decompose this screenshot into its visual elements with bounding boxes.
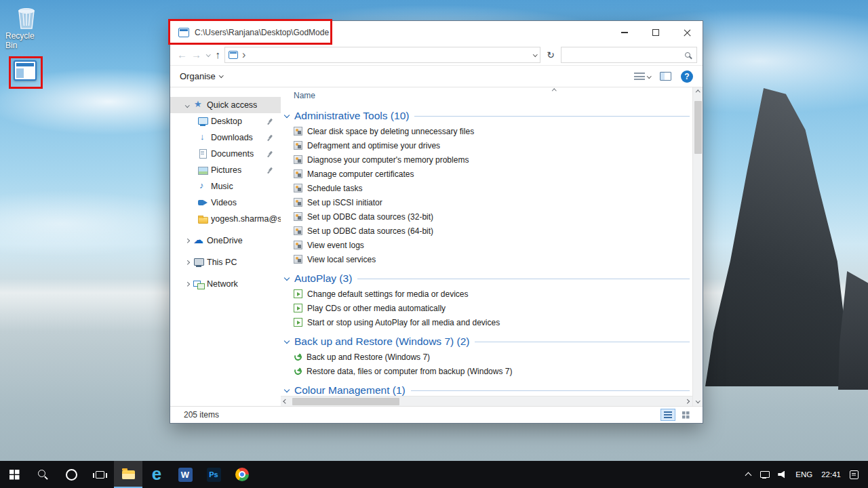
file-item[interactable]: Restore data, files or computer from bac… <box>281 364 692 378</box>
group-title: Administrative Tools (10) <box>294 110 409 122</box>
sidebar-item-downloads[interactable]: Downloads <box>170 129 281 146</box>
taskbar-app-search[interactable] <box>28 461 57 488</box>
sidebar-item-yogesh-sharma-sy[interactable]: yogesh.sharma@sy <box>170 211 281 227</box>
file-item[interactable]: Schedule tasks <box>281 181 692 195</box>
recent-locations-chevron-icon[interactable] <box>206 52 210 56</box>
expand-chevron-icon[interactable] <box>184 239 191 243</box>
search-input[interactable] <box>566 50 685 60</box>
file-item[interactable]: Defragment and optimise your drives <box>281 138 692 152</box>
sidebar-item-label: Documents <box>211 149 254 159</box>
volume-icon[interactable] <box>778 471 787 479</box>
window-controls <box>609 21 703 44</box>
collapse-chevron-icon <box>284 113 290 118</box>
sidebar-item-videos[interactable]: Videos <box>170 195 281 211</box>
file-item-label: Set up iSCSI initiator <box>307 198 382 207</box>
group-header[interactable]: Colour Management (1) <box>281 382 692 396</box>
sidebar-item-quick-access[interactable]: Quick access <box>170 97 281 113</box>
column-header-name[interactable]: Name <box>281 87 692 104</box>
taskbar-app-cortana[interactable] <box>57 461 85 488</box>
maximize-button[interactable] <box>640 21 671 44</box>
sidebar-item-pictures[interactable]: Pictures <box>170 162 281 178</box>
up-button[interactable]: ↑ <box>216 49 221 60</box>
pin-icon <box>264 149 275 159</box>
chrome-icon <box>235 468 249 481</box>
file-item[interactable]: Set up iSCSI initiator <box>281 195 692 209</box>
taskbar-app-photoshop[interactable] <box>199 461 228 488</box>
expand-chevron-icon[interactable] <box>184 283 191 286</box>
refresh-button[interactable]: ↻ <box>545 49 557 60</box>
file-item[interactable]: Clear disk space by deleting unnecessary… <box>281 124 692 138</box>
sidebar-item-music[interactable]: Music <box>170 178 281 195</box>
network-icon[interactable] <box>760 470 769 479</box>
thumbnails-view-button[interactable] <box>678 409 693 421</box>
file-item[interactable]: Diagnose your computer's memory problems <box>281 152 692 167</box>
back-button[interactable]: ← <box>177 49 187 60</box>
scroll-up-icon[interactable] <box>693 87 703 98</box>
expand-chevron-icon[interactable] <box>184 261 191 264</box>
chevron-up-icon[interactable] <box>745 471 751 478</box>
file-item[interactable]: Back up and Restore (Windows 7) <box>281 350 692 364</box>
file-item[interactable]: Play CDs or other media automatically <box>281 301 692 315</box>
expand-chevron-icon[interactable] <box>184 104 191 107</box>
file-item-icon <box>294 155 302 164</box>
file-item[interactable]: Change default settings for media or dev… <box>281 287 692 301</box>
file-item-icon <box>294 212 302 221</box>
file-item[interactable]: View local services <box>281 252 692 266</box>
taskbar-app-file-explorer[interactable] <box>114 461 142 488</box>
sidebar-item-network[interactable]: Network <box>170 276 281 292</box>
file-item[interactable]: Manage computer certificates <box>281 167 692 181</box>
sidebar-item-onedrive[interactable]: OneDrive <box>170 232 281 249</box>
search-icon <box>37 469 48 480</box>
change-view-button[interactable] <box>634 73 651 81</box>
sidebar-item-label: Music <box>211 182 233 191</box>
help-icon[interactable]: ? <box>681 70 693 83</box>
taskbar-app-start[interactable] <box>0 461 28 488</box>
vertical-scroll-thumb[interactable] <box>694 101 702 154</box>
group-header[interactable]: Back up and Restore (Windows 7) (2) <box>281 333 692 350</box>
file-item-label: Play CDs or other media automatically <box>307 304 446 313</box>
scroll-down-icon[interactable] <box>693 396 703 406</box>
navigation-pane: Quick access Desktop Downloads Documents… <box>170 87 281 406</box>
sidebar-item-icon <box>197 214 208 224</box>
horizontal-scrollbar[interactable] <box>281 396 692 406</box>
file-item[interactable]: Start or stop using AutoPlay for all med… <box>281 315 692 329</box>
sidebar-item-icon <box>193 235 204 246</box>
group-header[interactable]: Administrative Tools (10) <box>281 108 692 124</box>
sidebar-item-label: yogesh.sharma@sy <box>211 214 281 224</box>
file-item[interactable]: Set up ODBC data sources (64-bit) <box>281 224 692 238</box>
horizontal-scroll-thumb[interactable] <box>292 398 399 405</box>
desktop: Recycle Bin C:\Users\Ranjana\Desktop\God… <box>0 0 868 488</box>
close-button[interactable] <box>671 21 703 44</box>
desktop-icon-recycle-bin[interactable]: Recycle Bin <box>5 4 47 50</box>
scroll-left-icon[interactable] <box>281 396 291 406</box>
notification-icon[interactable] <box>850 470 859 479</box>
taskbar-app-task-view[interactable] <box>85 461 114 488</box>
pin-icon <box>264 117 275 127</box>
sidebar-item-desktop[interactable]: Desktop <box>170 113 281 129</box>
taskbar-app-chrome[interactable] <box>228 461 256 488</box>
command-toolbar: Organise ? <box>170 66 703 87</box>
vertical-scrollbar[interactable] <box>692 87 703 406</box>
sidebar-item-label: This PC <box>207 258 237 267</box>
scroll-right-icon[interactable] <box>682 396 692 406</box>
sidebar-item-documents[interactable]: Documents <box>170 146 281 162</box>
clock[interactable]: 22:41 <box>821 470 841 479</box>
group-header[interactable]: AutoPlay (3) <box>281 270 692 287</box>
file-item[interactable]: Set up ODBC data sources (32-bit) <box>281 209 692 224</box>
taskbar-app-word[interactable] <box>171 461 199 488</box>
forward-button[interactable]: → <box>191 49 201 60</box>
address-bar[interactable]: › <box>224 47 540 63</box>
language-indicator[interactable]: ENG <box>795 470 812 479</box>
details-view-button[interactable] <box>660 409 675 421</box>
group-items: Back up and Restore (Windows 7) Restore … <box>281 350 692 378</box>
taskbar-app-edge[interactable] <box>142 461 171 488</box>
file-item-icon <box>294 241 302 249</box>
sidebar-item-this-pc[interactable]: This PC <box>170 254 281 270</box>
organise-menu-button[interactable]: Organise <box>180 71 222 81</box>
preview-pane-icon[interactable] <box>660 72 671 81</box>
file-item-label: Clear disk space by deleting unnecessary… <box>307 127 474 136</box>
minimize-button[interactable] <box>609 21 640 44</box>
file-item[interactable]: View event logs <box>281 238 692 252</box>
file-item-label: View event logs <box>307 241 364 250</box>
address-dropdown-chevron-icon[interactable] <box>533 52 537 56</box>
